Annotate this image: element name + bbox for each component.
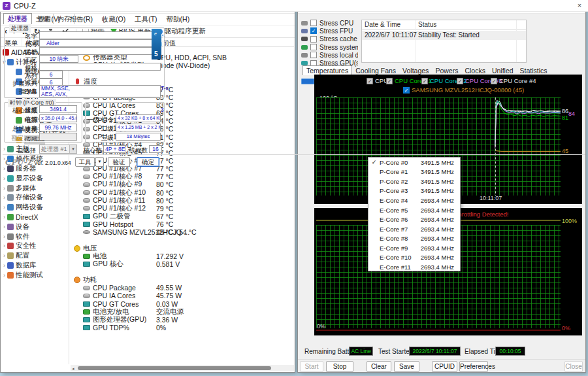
sidebar-item[interactable]: ›软件	[1, 231, 69, 241]
legend-checkbox[interactable]: ✓	[386, 78, 393, 84]
stop-button[interactable]: Stop	[326, 361, 353, 372]
legend-checkbox[interactable]: ✓	[421, 78, 428, 84]
cpuz-tab-2[interactable]: 内存	[54, 14, 75, 24]
core-dropdown-item[interactable]: E-Core #102693.4 MHz	[368, 252, 460, 262]
sidebar-item[interactable]: ›网络设备	[1, 203, 69, 213]
tree-expander-icon[interactable]: ›	[1, 233, 7, 240]
tree-expander-icon[interactable]: ›	[1, 214, 7, 220]
core-frequency: 3491.5 MHz	[420, 159, 460, 166]
core-dropdown-item[interactable]: E-Core #62693.4 MHz	[368, 214, 460, 224]
core-dropdown-item[interactable]: E-Core #92693.4 MHz	[368, 243, 460, 253]
stress-label: Stress FPU	[319, 27, 358, 35]
sensor-row[interactable]: CPU IA Cores45.75 W	[71, 292, 294, 299]
tab-voltages[interactable]: Voltages	[399, 66, 432, 75]
l3-label: 三级	[86, 134, 114, 143]
ok-button[interactable]: 确定	[137, 157, 159, 167]
core-dropdown-item[interactable]: ✓P-Core #03491.5 MHz	[368, 158, 460, 167]
tools-dropdown-button[interactable]: ▼	[95, 157, 104, 167]
sensor-row[interactable]: GPU 核心0.581 V	[71, 260, 294, 268]
core-speed-label: 核心速度	[5, 107, 37, 115]
tree-expander-icon[interactable]: ›	[1, 224, 7, 230]
cpuz-tab-1[interactable]: 主板	[32, 14, 54, 24]
batt-icon	[83, 254, 90, 259]
menu-item[interactable]: 帮助(H)	[167, 15, 190, 24]
gpu-icon	[83, 262, 90, 267]
sensor-row[interactable]: GPU Hotspot76 °C	[71, 220, 294, 228]
tree-expander-icon[interactable]: ›	[1, 272, 7, 279]
clear-button[interactable]: Clear	[367, 361, 391, 372]
stress-checkbox[interactable]	[310, 36, 317, 43]
stress-checkbox[interactable]: ✓	[310, 27, 317, 34]
legend-checkbox[interactable]: ✓	[367, 78, 373, 84]
core-dropdown-item[interactable]: E-Core #112693.4 MHz	[368, 262, 460, 271]
processor-select[interactable]: 处理器 #1 ▼	[39, 145, 77, 154]
legend-checkbox[interactable]: ✓	[457, 78, 463, 84]
tab-statistics[interactable]: Statistics	[517, 66, 551, 75]
tree-expander-icon[interactable]: ›	[1, 252, 7, 259]
core-speed-dropdown: ✓P-Core #03491.5 MHzP-Core #13491.5 MHzP…	[368, 157, 461, 271]
core-dropdown-item[interactable]: P-Core #13491.5 MHz	[368, 167, 460, 177]
sidebar-item[interactable]: ›性能测试	[1, 270, 69, 280]
tree-expander-icon[interactable]: ›	[1, 175, 7, 182]
sensor-row[interactable]: CPU Package49.55 W	[71, 284, 294, 292]
sensor-label: CPU IA Cores	[93, 292, 135, 299]
horizontal-scrollbar[interactable]: ◂	[71, 365, 294, 371]
sidebar-item[interactable]: ›多媒体	[1, 183, 69, 193]
event-log-table: Date & Time Status 2022/6/7 10:11:07Stab…	[361, 20, 527, 63]
tab-unified[interactable]: Unified	[489, 66, 517, 75]
scrollbar-thumb[interactable]	[78, 366, 271, 370]
core-dropdown-item[interactable]: E-Core #42693.4 MHz	[368, 196, 460, 205]
tab-cooling-fans[interactable]: Cooling Fans	[352, 66, 399, 75]
sidebar-item[interactable]: ›DirectX	[1, 213, 69, 222]
sensor-value: 交流电源	[156, 307, 184, 316]
tab-clocks[interactable]: Clocks	[461, 66, 489, 75]
close-icon[interactable]: ×	[574, 1, 585, 10]
sidebar-item[interactable]: ›数据库	[1, 261, 69, 271]
sidebar-item[interactable]: ›显示设备	[1, 173, 69, 183]
tab-powers[interactable]: Powers	[432, 66, 461, 75]
menu-item[interactable]: 收藏(O)	[102, 15, 125, 24]
validate-button[interactable]: 验证	[108, 157, 130, 167]
core-dropdown-item[interactable]: E-Core #82693.4 MHz	[368, 233, 460, 243]
tree-expander-icon[interactable]: ›	[1, 243, 7, 249]
core-dropdown-item[interactable]: E-Core #52693.4 MHz	[368, 205, 460, 215]
sidebar-item[interactable]: ›存储设备	[1, 193, 69, 203]
sensor-row[interactable]: 图形处理器(GPU)3.36 W	[71, 316, 294, 324]
sidebar-item[interactable]: ›设备	[1, 222, 69, 231]
save-button[interactable]: Save	[394, 361, 419, 372]
x-axis-time-label: 10:11:07	[480, 195, 502, 201]
cpuz-tab-0[interactable]: 处理器	[3, 13, 32, 24]
tab-temperatures[interactable]: Temperatures	[302, 65, 352, 75]
preferences-button[interactable]: Preferences	[459, 361, 488, 372]
scroll-left-arrow-icon[interactable]: ◂	[72, 366, 74, 371]
menu-item[interactable]: 工具(T)	[135, 15, 157, 24]
log-row[interactable]: 2022/6/7 10:11:07Stability Test: Started	[362, 31, 526, 40]
l2-label: 二级	[86, 125, 114, 133]
stress-checkbox[interactable]	[310, 44, 317, 50]
legend-checkbox[interactable]: ✓	[403, 87, 410, 94]
legend-checkbox[interactable]: ✓	[491, 78, 497, 84]
sensor-row[interactable]: GPU 二极管67 °C	[71, 213, 294, 220]
sidebar-item[interactable]: ›配置	[1, 251, 69, 261]
chevron-down-icon[interactable]: ▼	[69, 145, 76, 153]
core-dropdown-item[interactable]: P-Core #33491.5 MHz	[368, 186, 460, 196]
core-dropdown-item[interactable]: E-Core #72693.4 MHz	[368, 224, 460, 234]
stress-checkbox[interactable]	[310, 20, 317, 26]
stress-checkbox[interactable]	[310, 52, 317, 58]
l2-field: 4 x 1.25 MB + 2 x 2 MB	[116, 124, 161, 131]
sensor-row[interactable]: SAMSUNG MZVL2512HCJQ-...45 °C / 54 °C	[71, 228, 294, 236]
cpuid-button[interactable]: CPUID	[432, 361, 457, 372]
tree-expander-icon[interactable]: ›	[1, 194, 7, 201]
sensor-section-row[interactable]: 功耗	[71, 276, 294, 284]
tools-button[interactable]: 工具	[75, 157, 95, 167]
sensor-row[interactable]: GPU TDP%0%	[71, 324, 294, 332]
sensor-value: 76 °C	[156, 220, 173, 228]
core-frequency: 2693.4 MHz	[420, 245, 460, 252]
core-dropdown-item[interactable]: P-Core #23491.5 MHz	[368, 177, 460, 186]
sidebar-item[interactable]: ›安全性	[1, 241, 69, 251]
tree-expander-icon[interactable]: ›	[1, 185, 7, 192]
stress-label: Stress local disks	[319, 52, 358, 59]
tree-expander-icon[interactable]: ›	[1, 204, 7, 211]
sidebar-item-label: 安全性	[16, 241, 37, 250]
tree-expander-icon[interactable]: ›	[1, 262, 7, 269]
